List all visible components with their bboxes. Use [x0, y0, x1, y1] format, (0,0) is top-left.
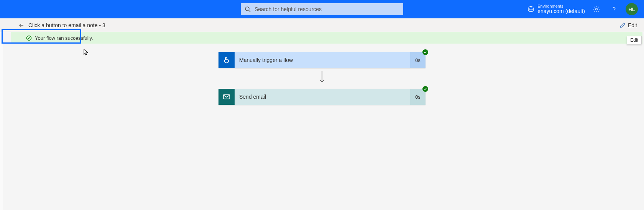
environment-picker[interactable]: Environments enayu.com (default)	[527, 4, 585, 14]
globe-icon	[527, 6, 534, 13]
status-badge	[422, 86, 428, 92]
edit-label: Edit	[628, 22, 637, 28]
settings-button[interactable]	[590, 3, 603, 15]
pencil-icon	[620, 22, 626, 28]
check-circle-icon	[26, 35, 32, 41]
touch-icon	[222, 56, 231, 64]
check-icon	[424, 87, 427, 91]
mail-icon	[222, 93, 231, 101]
search-input[interactable]	[255, 6, 399, 12]
top-header: Environments enayu.com (default) HL	[0, 0, 644, 18]
status-badge	[422, 49, 428, 55]
flow-step-trigger[interactable]: Manually trigger a flow 0s	[219, 52, 426, 68]
success-banner: Your flow ran successfully.	[11, 32, 642, 44]
svg-point-6	[614, 11, 614, 11]
arrow-down-icon	[319, 70, 325, 84]
svg-line-1	[249, 10, 250, 12]
global-search[interactable]	[241, 3, 403, 15]
edit-tooltip: Edit	[627, 36, 642, 44]
avatar[interactable]: HL	[626, 3, 638, 15]
banner-message: Your flow ran successfully.	[35, 35, 93, 41]
gear-icon	[593, 6, 600, 13]
svg-point-5	[596, 8, 598, 10]
trigger-icon	[219, 52, 235, 68]
top-right-controls: Environments enayu.com (default) HL	[527, 3, 638, 15]
help-icon	[611, 6, 618, 13]
search-icon	[245, 6, 251, 12]
svg-point-0	[245, 7, 249, 11]
check-icon	[424, 50, 427, 54]
flow-step-label: Send email	[235, 89, 410, 105]
connector-arrow	[319, 70, 325, 86]
edit-button[interactable]: Edit	[618, 21, 639, 30]
back-button[interactable]	[17, 21, 26, 30]
flow-canvas: Manually trigger a flow 0s Send email 0s	[0, 44, 644, 105]
environment-name: enayu.com (default)	[537, 8, 585, 14]
action-icon	[219, 89, 235, 105]
flow-step-action[interactable]: Send email 0s	[219, 89, 426, 105]
page-title: Click a button to email a note - 3	[28, 22, 105, 28]
help-button[interactable]	[608, 3, 620, 15]
sub-header: Click a button to email a note - 3 Edit	[0, 18, 644, 32]
arrow-left-icon	[18, 22, 25, 28]
environment-text: Environments enayu.com (default)	[537, 4, 585, 14]
flow-step-label: Manually trigger a flow	[235, 52, 410, 68]
